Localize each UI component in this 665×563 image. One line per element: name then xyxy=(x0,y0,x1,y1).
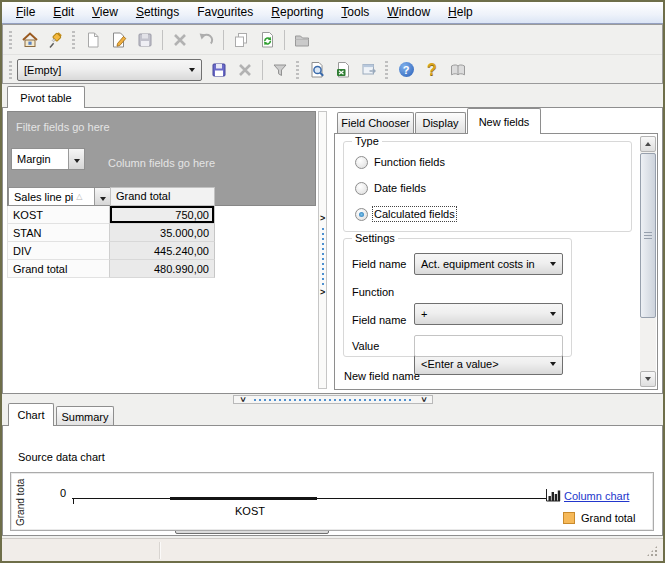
table-row: KOST 750,00 xyxy=(7,206,215,224)
new-field-name-label: New field name xyxy=(344,370,420,382)
splitter-collapse-down-icon[interactable]: > xyxy=(238,397,247,402)
radio-date-fields-label: Date fields xyxy=(374,182,426,194)
pivot-column-header[interactable]: Grand total xyxy=(110,187,215,206)
value-label: Value xyxy=(352,340,379,352)
field-name2-label: Field name xyxy=(352,314,406,326)
undo-button-disabled[interactable] xyxy=(193,27,219,53)
refresh-button[interactable] xyxy=(254,27,280,53)
toolbar-grip[interactable] xyxy=(9,31,12,49)
scroll-down-button[interactable] xyxy=(640,371,656,387)
menu-favourites[interactable]: Favourites xyxy=(188,3,262,22)
menu-edit[interactable]: Edit xyxy=(44,3,83,22)
function-combobox-value: + xyxy=(421,308,427,320)
tab-field-chooser[interactable]: Field Chooser xyxy=(337,112,414,133)
splitter-dots xyxy=(322,228,324,286)
menu-window[interactable]: Window xyxy=(378,3,439,22)
export-window-button-disabled[interactable] xyxy=(356,57,382,83)
scrollbar-vertical[interactable] xyxy=(640,136,656,387)
value-input[interactable] xyxy=(414,335,563,357)
scroll-up-button[interactable] xyxy=(640,136,656,152)
scrollbar-thumb[interactable] xyxy=(640,153,656,318)
type-groupbox-label: Type xyxy=(352,135,382,147)
function-combobox[interactable]: + xyxy=(414,303,563,325)
source-data-chart-label: Source data chart xyxy=(18,451,105,463)
tab-display-label: Display xyxy=(422,117,458,129)
application-window: File Edit View Settings Favourites Repor… xyxy=(0,0,665,563)
splitter-expand-right-icon[interactable]: > xyxy=(320,214,325,223)
toolbar-grip[interactable] xyxy=(385,61,388,79)
filter-button[interactable] xyxy=(267,57,293,83)
copy-button-disabled[interactable] xyxy=(228,27,254,53)
pivot-row-label[interactable]: STAN xyxy=(7,224,110,242)
print-preview-button[interactable] xyxy=(304,57,330,83)
delete-button-disabled[interactable] xyxy=(167,27,193,53)
radio-function-fields[interactable]: Function fields xyxy=(355,154,445,170)
tab-field-chooser-label: Field Chooser xyxy=(341,117,409,129)
menu-bar: File Edit View Settings Favourites Repor… xyxy=(2,2,663,24)
tab-chart-label: Chart xyxy=(18,409,45,421)
toolbar-grip[interactable] xyxy=(9,61,12,79)
radio-icon xyxy=(355,156,368,169)
field-dropdown-button[interactable] xyxy=(94,188,110,205)
pivot-cell[interactable]: 480.990,00 xyxy=(110,260,215,278)
radio-calculated-fields[interactable]: Calculated fields xyxy=(355,206,455,222)
save-blue-icon xyxy=(210,61,228,79)
horizontal-splitter[interactable]: > > xyxy=(233,395,433,404)
tab-pivot-table-label: Pivot table xyxy=(20,92,71,104)
pivot-cell-selected[interactable]: 750,00 xyxy=(110,206,215,224)
tab-summary[interactable]: Summary xyxy=(56,406,114,426)
save-layout-button[interactable] xyxy=(206,57,232,83)
toolbar-grip[interactable] xyxy=(296,61,299,79)
tab-display[interactable]: Display xyxy=(415,112,466,133)
status-bar xyxy=(2,538,663,561)
field-name-combobox[interactable]: Act. equipment costs in xyxy=(414,253,563,275)
settings-groupbox-label: Settings xyxy=(352,232,398,244)
excel-export-button[interactable] xyxy=(330,57,356,83)
pivot-table-pane: Filter fields go here Column fields go h… xyxy=(7,111,316,389)
edit-document-button[interactable] xyxy=(106,27,132,53)
pivot-row-label[interactable]: Grand total xyxy=(7,260,110,278)
splitter-expand-right-icon[interactable]: > xyxy=(320,288,325,297)
field-button-sales-line[interactable]: Sales line pi △ xyxy=(8,187,111,206)
radio-function-fields-label: Function fields xyxy=(374,156,445,168)
pivot-row-label[interactable]: KOST xyxy=(7,206,110,224)
context-help-button[interactable] xyxy=(419,57,445,83)
tab-new-fields[interactable]: New fields xyxy=(467,108,541,134)
folder-button-disabled[interactable] xyxy=(289,27,315,53)
delete-layout-button-disabled[interactable] xyxy=(232,57,258,83)
layout-combobox[interactable]: [Empty] xyxy=(17,59,202,81)
chevron-down-icon xyxy=(100,197,106,201)
pivot-cell[interactable]: 445.240,00 xyxy=(110,242,215,260)
manual-button-disabled[interactable] xyxy=(445,57,471,83)
toolbar-grip[interactable] xyxy=(72,31,75,49)
pivot-cell[interactable]: 35.000,00 xyxy=(110,224,215,242)
column-chart-link[interactable]: Column chart xyxy=(564,490,629,502)
menu-tools[interactable]: Tools xyxy=(332,3,378,22)
new-document-button[interactable] xyxy=(80,27,106,53)
menu-help[interactable]: Help xyxy=(439,3,482,22)
menu-file[interactable]: File xyxy=(7,3,44,22)
triangle-up-icon xyxy=(645,142,651,146)
splitter-collapse-down-icon[interactable]: > xyxy=(419,397,428,402)
vertical-splitter[interactable]: > > xyxy=(318,111,327,389)
radio-selected-icon xyxy=(355,208,368,221)
radio-date-fields[interactable]: Date fields xyxy=(355,180,426,196)
menu-view[interactable]: View xyxy=(83,3,127,22)
menu-reporting[interactable]: Reporting xyxy=(262,3,332,22)
field-dropdown-button[interactable] xyxy=(68,149,84,169)
home-button[interactable] xyxy=(17,27,43,53)
field-button-margin[interactable]: Margin xyxy=(11,148,85,170)
resize-grip[interactable] xyxy=(646,545,658,557)
tab-chart[interactable]: Chart xyxy=(8,403,54,426)
field-name2-combobox-value: <Enter a value> xyxy=(421,358,499,370)
copy-icon xyxy=(232,31,250,49)
triangle-down-icon xyxy=(645,377,651,381)
table-row: STAN 35.000,00 xyxy=(7,224,215,242)
tab-pivot-table[interactable]: Pivot table xyxy=(7,86,85,108)
pivot-row-label[interactable]: DIV xyxy=(7,242,110,260)
save-button-disabled[interactable] xyxy=(132,27,158,53)
menu-settings[interactable]: Settings xyxy=(127,3,188,22)
chart-flat-bar[interactable] xyxy=(170,497,317,500)
help-button[interactable] xyxy=(393,57,419,83)
pushpin-button[interactable] xyxy=(43,27,69,53)
